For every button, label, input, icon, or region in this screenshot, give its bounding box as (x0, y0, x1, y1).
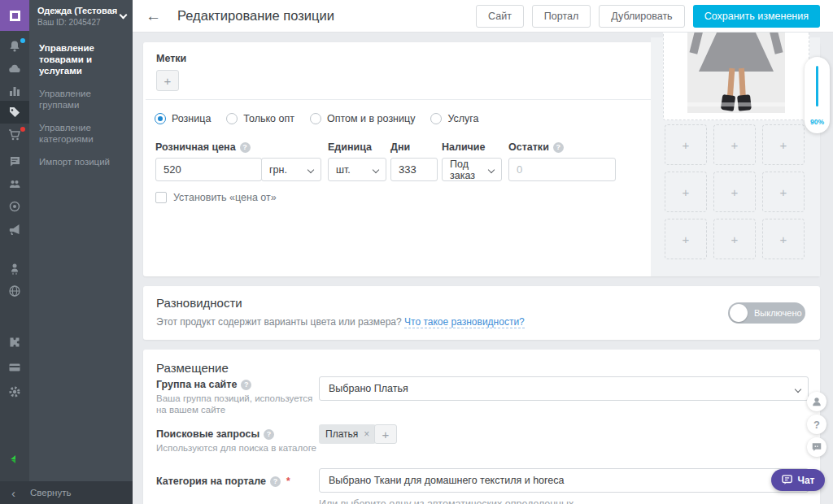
search-queries-label: Поисковые запросы? (156, 428, 274, 440)
unit-select[interactable]: шт. (328, 158, 386, 181)
people-icon[interactable] (8, 177, 21, 190)
required-asterisk: * (286, 476, 290, 487)
radio-icon (226, 113, 238, 124)
bell-icon[interactable] (8, 40, 21, 53)
gear-icon[interactable] (8, 385, 21, 398)
photo-upload-grid: + + + + + + + + + (665, 124, 805, 259)
photo-upload-slot[interactable]: + (713, 172, 756, 212)
variants-help-link[interactable]: Что такое разновидности? (404, 316, 525, 328)
photo-upload-slot[interactable]: + (665, 219, 707, 259)
chevron-down-icon (120, 11, 128, 20)
chat-square-icon[interactable] (8, 154, 21, 167)
site-button[interactable]: Сайт (476, 5, 524, 28)
collapse-label: Свернуть (30, 488, 71, 497)
portal-category-select[interactable]: Выбрано Ткани для домашнего текстиля и h… (319, 468, 809, 493)
divider (146, 99, 651, 100)
photo-upload-slot[interactable]: + (713, 219, 756, 259)
radio-retail[interactable]: Розница (155, 113, 211, 124)
duplicate-button[interactable]: Дублировать (599, 5, 684, 28)
help-icon[interactable]: ? (241, 380, 251, 390)
cart-icon[interactable] (8, 128, 21, 141)
help-icon[interactable]: ? (553, 142, 564, 153)
stock-label: Остатки? (508, 141, 564, 153)
globe-icon[interactable] (8, 285, 21, 298)
placement-card: Размещение Группа на сайте? Ваша группа … (143, 350, 820, 504)
photo-upload-slot[interactable]: + (762, 172, 805, 212)
price-label: Розничная цена? (155, 141, 251, 153)
price-input[interactable] (155, 158, 262, 181)
bar-chart-icon[interactable] (8, 85, 21, 98)
photo-upload-slot[interactable]: + (762, 124, 805, 165)
remove-tag-icon[interactable]: × (364, 428, 369, 440)
sidebar-item-import[interactable]: Импорт позиций (29, 150, 133, 173)
photo-upload-slot[interactable]: + (665, 124, 707, 165)
product-photo (687, 33, 785, 113)
radio-service[interactable]: Услуга (430, 113, 478, 124)
sidebar-menu: Одежда (Тестовая ком... Ваш ID: 2045427 … (29, 0, 133, 173)
logo-square-icon (10, 11, 20, 21)
target-icon[interactable] (8, 200, 21, 213)
portal-button[interactable]: Портал (532, 5, 591, 28)
help-button[interactable]: ? (807, 415, 826, 434)
scroll-content: Метки + Розница Только опт Оптом и в роз… (133, 33, 833, 504)
main-photo[interactable] (663, 33, 809, 120)
sidebar-item-groups[interactable]: Управление группами (29, 82, 133, 116)
quality-indicator[interactable]: 90% (805, 57, 830, 133)
photo-upload-slot[interactable]: + (665, 172, 707, 212)
sidebar-item-products[interactable]: Управление товарами и услугами (29, 37, 133, 82)
profile-helper-button[interactable] (807, 392, 826, 411)
site-group-label: Группа на сайте? (156, 379, 251, 390)
watermark (687, 102, 785, 106)
site-group-select[interactable]: Выбрано Платья (319, 376, 809, 401)
chat-button[interactable]: Чат (771, 469, 825, 491)
labels-section-title: Метки (156, 53, 186, 64)
availability-select[interactable]: Под заказ (442, 158, 502, 181)
photo-upload-slot[interactable]: + (713, 124, 756, 165)
portal-category-label: Категория на портале?* (156, 476, 290, 487)
days-input[interactable] (390, 158, 438, 181)
quality-bar (816, 66, 818, 106)
cloud-icon[interactable] (8, 63, 21, 76)
tag-icon[interactable] (8, 106, 21, 119)
card-icon[interactable] (8, 361, 21, 374)
back-button[interactable]: ← (146, 8, 161, 24)
placement-title: Размещение (156, 361, 229, 375)
product-form-card: Метки + Розница Только опт Оптом и в роз… (143, 42, 820, 276)
price-from-checkbox[interactable]: Установить «цена от» (155, 192, 277, 203)
help-icon[interactable]: ? (240, 142, 251, 153)
stock-input[interactable] (508, 158, 616, 181)
feedback-button[interactable] (807, 437, 826, 457)
collapse-sidebar-button[interactable]: ‹ Свернуть (0, 481, 133, 504)
app-logo[interactable] (0, 0, 29, 31)
chevron-down-icon (795, 386, 801, 393)
leaf-logo-icon[interactable] (8, 452, 21, 465)
variants-toggle[interactable]: Выключено (728, 302, 805, 324)
notification-dot (20, 38, 25, 43)
sidebar-item-categories[interactable]: Управление категориями (29, 116, 133, 150)
orders-dot (20, 127, 25, 132)
help-icon[interactable]: ? (270, 476, 281, 487)
search-queries-hint: Используются для поиска в каталоге (156, 442, 323, 454)
chat-icon (782, 475, 793, 485)
help-icon[interactable]: ? (264, 429, 274, 440)
variants-title: Разновидности (156, 296, 242, 310)
main-area: ← Редактирование позиции Сайт Портал Дуб… (133, 0, 833, 504)
megaphone-icon[interactable] (8, 223, 21, 236)
availability-label: Наличие (442, 141, 486, 153)
company-switcher[interactable]: Одежда (Тестовая ком... Ваш ID: 2045427 (29, 0, 133, 32)
chat-button-label: Чат (798, 475, 815, 486)
photo-upload-slot[interactable]: + (762, 219, 805, 259)
radio-wholesale-only[interactable]: Только опт (226, 113, 294, 124)
person-badge-icon[interactable] (8, 262, 21, 275)
radio-wholesale-retail[interactable]: Оптом и в розницу (310, 113, 415, 124)
chat-bubble-icon (811, 441, 822, 453)
page-title: Редактирование позиции (177, 8, 334, 24)
checkbox-icon (155, 192, 167, 203)
add-label-button[interactable]: + (156, 70, 179, 91)
add-search-query-button[interactable]: + (374, 424, 397, 444)
chevron-down-icon (373, 167, 379, 173)
currency-select[interactable]: грн. (261, 158, 321, 181)
topbar: ← Редактирование позиции Сайт Портал Дуб… (133, 0, 833, 33)
save-changes-button[interactable]: Сохранить изменения (693, 5, 820, 28)
puzzle-icon[interactable] (8, 335, 21, 348)
